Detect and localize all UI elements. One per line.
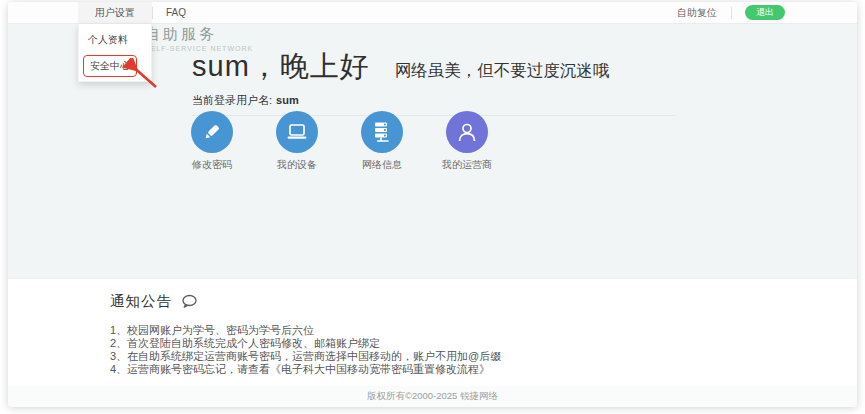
navbar-right: 自助复位 退出 <box>663 2 857 23</box>
shortcut-network-info[interactable]: 网络信息 <box>361 111 403 172</box>
logout-button[interactable]: 退出 <box>745 5 785 20</box>
user-settings-dropdown: 个人资料 安全中心 <box>78 24 152 82</box>
speech-bubble-icon <box>181 294 198 309</box>
shortcut-label: 我的设备 <box>277 158 317 172</box>
shortcut-label: 修改密码 <box>192 158 232 172</box>
dropdown-item-profile[interactable]: 个人资料 <box>79 24 151 47</box>
shortcut-label: 网络信息 <box>362 158 402 172</box>
person-icon <box>446 111 488 153</box>
self-reset-link[interactable]: 自助复位 <box>663 6 731 20</box>
tab-faq[interactable]: FAQ <box>153 2 199 23</box>
notice-item: 2、首次登陆自助系统完成个人密码修改、邮箱账户绑定 <box>110 337 857 350</box>
current-user-label: 当前登录用户名: <box>192 94 272 106</box>
dropdown-item-security-center[interactable]: 安全中心 <box>83 55 137 77</box>
menu-user-settings[interactable]: 用户设置 <box>78 2 152 23</box>
notice-title-row: 通知公告 <box>110 292 857 311</box>
server-icon <box>361 111 403 153</box>
copyright-text: 版权所有©2000-2025 锐捷网络 <box>367 390 498 403</box>
greeting-motto: 网络虽美，但不要过度沉迷哦 <box>395 60 610 82</box>
pencil-icon <box>191 111 233 153</box>
notice-item: 4、运营商账号密码忘记，请查看《电子科大中国移动宽带密码重置修改流程》 <box>110 363 857 376</box>
current-user-value: sum <box>276 94 299 106</box>
nav-divider <box>731 7 732 19</box>
laptop-icon <box>276 111 318 153</box>
logo-title: 自助服务 <box>145 25 253 44</box>
greeting-text: sum，晚上好 <box>192 47 370 87</box>
notice-list: 1、校园网账户为学号、密码为学号后六位 2、首次登陆自助系统完成个人密码修改、邮… <box>110 324 857 376</box>
notice-item: 1、校园网账户为学号、密码为学号后六位 <box>110 324 857 337</box>
greeting-row: sum，晚上好 网络虽美，但不要过度沉迷哦 <box>192 47 609 87</box>
notice-section: 通知公告 1、校园网账户为学号、密码为学号后六位 2、首次登陆自助系统完成个人密… <box>8 278 857 387</box>
shortcut-label: 我的运营商 <box>442 158 492 172</box>
page-footer: 版权所有©2000-2025 锐捷网络 <box>8 386 857 407</box>
shortcut-my-devices[interactable]: 我的设备 <box>276 111 318 172</box>
notice-title: 通知公告 <box>110 292 172 311</box>
notice-item: 3、在自助系统绑定运营商账号密码，运营商选择中国移动的，账户不用加@后缀 <box>110 350 857 363</box>
navbar-left: 用户设置 FAQ <box>8 2 199 23</box>
shortcut-my-carrier[interactable]: 我的运营商 <box>446 111 488 172</box>
shortcut-change-password[interactable]: 修改密码 <box>191 111 233 172</box>
app-window: 用户设置 FAQ 自助复位 退出 自助服务 SELF-SERVICE NETWO… <box>8 2 857 407</box>
top-navbar: 用户设置 FAQ 自助复位 退出 <box>8 2 857 24</box>
shortcut-row: 修改密码 我的设备 <box>191 111 488 172</box>
